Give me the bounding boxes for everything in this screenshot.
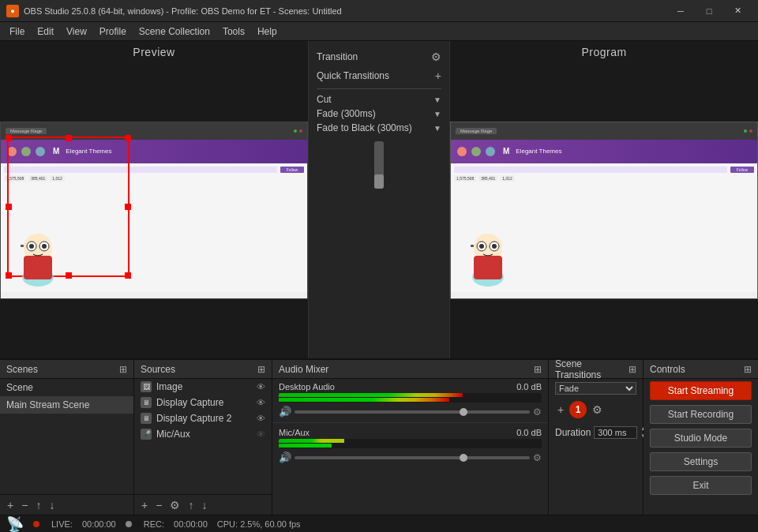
mic-aux-mute-icon[interactable]: 🔊	[279, 451, 291, 463]
sources-down-button[interactable]: ↓	[199, 499, 209, 511]
sources-up-button[interactable]: ↑	[186, 499, 196, 511]
scene-item-main[interactable]: Main Stream Scene	[0, 396, 133, 414]
program-viewport: Massage Rage M Elegant Themes	[450, 122, 758, 299]
sources-add-button[interactable]: +	[139, 499, 150, 511]
trans-settings-button[interactable]: ⚙	[590, 403, 605, 416]
source-display2-label: Display Capture 2	[156, 413, 231, 424]
program-canvas[interactable]: Massage Rage M Elegant Themes	[450, 62, 758, 358]
transition-type-dropdown[interactable]: Fade	[555, 382, 636, 395]
sources-panel-header: Sources ⊞	[134, 360, 272, 379]
studio-mode-button[interactable]: Studio Mode	[650, 429, 752, 448]
audio-track-separator	[272, 422, 548, 423]
exit-button[interactable]: Exit	[650, 476, 752, 495]
source-display-capture[interactable]: 🖥 Display Capture 👁	[134, 395, 272, 410]
sources-toolbar: + − ⚙ ↑ ↓	[134, 494, 272, 515]
mic-aux-gear-icon[interactable]: ⚙	[533, 452, 542, 463]
menu-scene-collection[interactable]: Scene Collection	[133, 24, 216, 39]
scenes-add-button[interactable]: +	[5, 499, 16, 511]
settings-button[interactable]: Settings	[650, 452, 752, 471]
menubar: File Edit View Profile Scene Collection …	[0, 22, 758, 41]
transition-settings-icon[interactable]: ⚙	[431, 51, 441, 63]
scene-transitions-expand-icon[interactable]: ⊞	[629, 364, 636, 375]
desktop-audio-header: Desktop Audio 0.0 dB	[279, 382, 542, 392]
desktop-audio-slider-handle[interactable]	[460, 408, 467, 416]
scenes-remove-button[interactable]: −	[19, 499, 30, 511]
minimize-button[interactable]: ─	[666, 0, 695, 22]
scenes-up-button[interactable]: ↑	[33, 499, 43, 511]
mic-aux-slider-handle[interactable]	[460, 454, 467, 462]
scenes-toolbar: + − ↑ ↓	[0, 494, 133, 515]
mic-aux-label: Mic/Aux	[279, 428, 310, 437]
sources-panel-expand-icon[interactable]: ⊞	[257, 364, 265, 375]
transition-slider[interactable]	[374, 141, 384, 189]
sources-remove-button[interactable]: −	[153, 499, 164, 511]
desktop-audio-gear-icon[interactable]: ⚙	[533, 406, 542, 418]
desktop-audio-bar-top	[279, 393, 463, 397]
window-controls: ─ □ ✕	[666, 0, 752, 22]
scenes-panel-header: Scenes ⊞	[0, 360, 133, 379]
scene-transitions-panel: Scene Transitions ⊞ Fade + 1 ⚙ Duration …	[549, 360, 644, 515]
controls-title: Controls	[650, 364, 685, 375]
transition-separator-1	[317, 88, 441, 89]
menu-view[interactable]: View	[60, 24, 93, 39]
scene-item-scene[interactable]: Scene	[0, 379, 133, 396]
svg-point-14	[492, 244, 497, 249]
sim-topbar: Massage Rage	[1, 122, 307, 140]
preview-panel: Preview Massage Rage	[0, 41, 308, 358]
source-image-label: Image	[156, 381, 182, 392]
start-recording-button[interactable]: Start Recording	[650, 405, 752, 424]
mic-source-icon: 🎤	[141, 429, 152, 440]
fade-row[interactable]: Fade (300ms) ▼	[309, 107, 449, 121]
menu-help[interactable]: Help	[251, 24, 283, 39]
close-button[interactable]: ✕	[723, 0, 752, 22]
fade-to-black-label: Fade to Black (300ms)	[317, 122, 433, 133]
trans-add-button[interactable]: +	[555, 403, 566, 416]
start-streaming-button[interactable]: Start Streaming	[650, 381, 752, 400]
source-display-capture-2[interactable]: 🖥 Display Capture 2 👁	[134, 410, 272, 426]
menu-tools[interactable]: Tools	[216, 24, 251, 39]
svg-point-13	[479, 244, 484, 249]
mic-aux-bars	[279, 439, 542, 448]
quick-transitions-add-icon[interactable]: +	[435, 69, 441, 82]
transition-panel: Transition ⚙ Quick Transitions + Cut ▼ F…	[308, 41, 450, 358]
fade-to-black-chevron-icon: ▼	[433, 124, 441, 133]
source-display2-visibility-icon[interactable]: 👁	[257, 414, 265, 423]
scenes-panel-title: Scenes	[6, 364, 38, 375]
program-panel: Program Massage Rage M	[450, 41, 758, 358]
source-image-visibility-icon[interactable]: 👁	[257, 382, 265, 392]
preview-canvas[interactable]: Massage Rage M Elegant Themes	[0, 62, 308, 358]
cut-row[interactable]: Cut ▼	[309, 92, 449, 107]
source-mic-aux[interactable]: 🎤 Mic/Aux 👁	[134, 426, 272, 442]
audio-mixer-expand-icon[interactable]: ⊞	[534, 364, 542, 375]
transition-slider-area	[309, 135, 449, 195]
transition-type-select[interactable]: Fade	[549, 379, 643, 398]
duration-input[interactable]	[594, 426, 637, 439]
menu-file[interactable]: File	[3, 24, 31, 39]
desktop-audio-mute-icon[interactable]: 🔊	[279, 406, 291, 418]
scene-transitions-title: Scene Transitions	[555, 358, 629, 380]
scenes-panel-expand-icon[interactable]: ⊞	[119, 364, 127, 375]
desktop-audio-slider[interactable]	[295, 410, 530, 414]
cut-label: Cut	[317, 94, 433, 105]
scenes-list: Scene Main Stream Scene	[0, 379, 133, 414]
source-image[interactable]: 🖼 Image 👁	[134, 379, 272, 395]
mic-aux-bar-bottom	[279, 444, 332, 448]
scene-transitions-header: Scene Transitions ⊞	[549, 360, 643, 379]
cut-chevron-icon: ▼	[433, 96, 441, 104]
mic-aux-slider[interactable]	[295, 456, 530, 459]
menu-profile[interactable]: Profile	[93, 24, 133, 39]
menu-edit[interactable]: Edit	[31, 24, 60, 39]
desktop-audio-bar-bottom	[279, 398, 449, 402]
svg-point-5	[29, 244, 34, 249]
controls-expand-icon[interactable]: ⊞	[744, 364, 752, 375]
sources-panel: Sources ⊞ 🖼 Image 👁 🖥 Display Capture 👁 …	[134, 360, 272, 515]
scenes-down-button[interactable]: ↓	[47, 499, 57, 511]
maximize-button[interactable]: □	[695, 0, 723, 22]
sources-settings-button[interactable]: ⚙	[167, 499, 182, 511]
source-display-visibility-icon[interactable]: 👁	[257, 398, 265, 407]
audio-mixer-panel: Audio Mixer ⊞ Desktop Audio 0.0 dB 🔊	[272, 360, 549, 515]
fade-to-black-row[interactable]: Fade to Black (300ms) ▼	[309, 121, 449, 135]
prog-character-image	[463, 226, 514, 289]
source-mic-visibility-icon[interactable]: 👁	[257, 429, 265, 439]
no-signal-area: 📡	[6, 515, 24, 533]
